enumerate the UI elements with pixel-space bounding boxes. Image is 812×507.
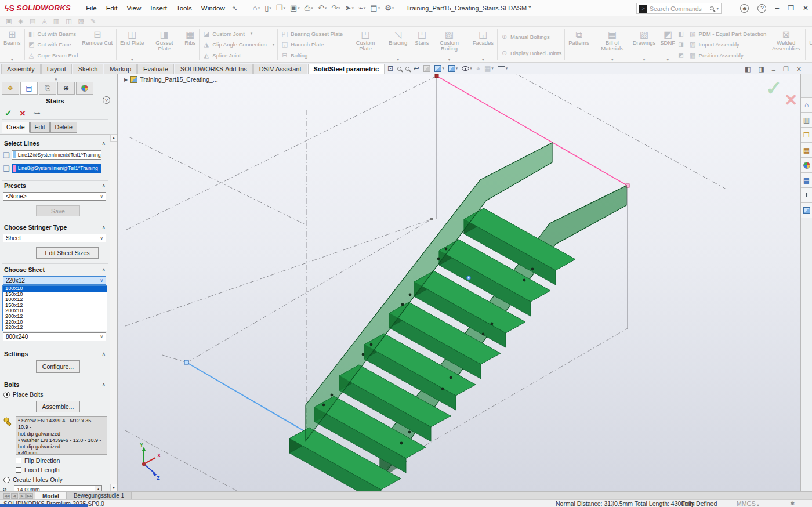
- display-manager-tab[interactable]: [76, 82, 93, 95]
- next-tab-icon[interactable]: ▶: [19, 493, 26, 499]
- user-account-icon[interactable]: ☻: [740, 4, 749, 13]
- close-button[interactable]: ✕: [803, 4, 809, 12]
- view-settings-icon[interactable]: ▾: [498, 66, 508, 71]
- custom-plate-button[interactable]: ◰ Custom Plate: [347, 27, 383, 62]
- confirmation-cancel-icon[interactable]: ✕: [784, 90, 798, 110]
- save-button[interactable]: Save: [36, 205, 80, 216]
- status-tag-icon[interactable]: ✾: [790, 500, 795, 506]
- task-pane-file-explorer-icon[interactable]: ❒: [801, 128, 812, 143]
- bolt-info-list[interactable]: • Screw EN 14399-4 - M12 x 35 - 10.9 -ho…: [16, 416, 107, 455]
- sheet-size-option[interactable]: 150x12: [3, 303, 107, 309]
- task-pane-home-icon[interactable]: ⌂: [801, 97, 812, 113]
- stack-tool-icon-2[interactable]: ◨: [678, 41, 683, 48]
- sheet-size-dropdown[interactable]: 220x12 ∨: [3, 276, 106, 285]
- configure-button[interactable]: Configure...: [36, 360, 80, 373]
- last-tab-icon[interactable]: ▶▶: [26, 493, 33, 499]
- task-pane-3d-content-icon[interactable]: [801, 203, 812, 218]
- tab-create[interactable]: Create: [2, 122, 30, 133]
- presets-header[interactable]: Presets ∧: [0, 182, 109, 189]
- collapse-arrow-icon[interactable]: ∧: [102, 351, 106, 357]
- search-commands-box[interactable]: > Search Commands ▾: [636, 3, 722, 14]
- scroll-up-icon[interactable]: ▲: [110, 134, 117, 142]
- new-document-icon[interactable]: ▯ ▾: [262, 3, 274, 12]
- stringer-type-dropdown[interactable]: Sheet ∨: [3, 234, 106, 242]
- print-icon[interactable]: ⎙ ▾: [302, 3, 316, 13]
- ribbon-row-button[interactable]: ◰ Bearing Gusset Plate: [281, 30, 343, 38]
- group-dropdown-arrow-icon[interactable]: ▾: [131, 57, 133, 62]
- task-list-icon[interactable]: ▤ ▾: [368, 3, 382, 12]
- update-button[interactable]: ↻ Update ▾: [807, 27, 812, 62]
- row-dropdown-arrow-icon[interactable]: ▾: [273, 42, 275, 47]
- place-bolts-radio[interactable]: Place Bolts: [3, 391, 44, 398]
- fixed-length-checkbox[interactable]: Fixed Length: [16, 466, 60, 473]
- task-pane-view-palette-icon[interactable]: ▦: [801, 143, 812, 158]
- menu-item[interactable]: Insert: [146, 5, 172, 12]
- task-pane-resources-icon[interactable]: ▥: [801, 113, 812, 128]
- first-tab-icon[interactable]: ◀◀: [3, 493, 10, 499]
- group-dropdown-arrow-icon[interactable]: ▾: [448, 57, 451, 62]
- annotation-tool-icon-1[interactable]: ▣: [6, 17, 12, 25]
- tab-delete[interactable]: Delete: [50, 122, 77, 133]
- spinner-up-icon[interactable]: ▲: [95, 486, 102, 491]
- search-dropdown-arrow-icon[interactable]: ▾: [716, 6, 719, 11]
- help-icon[interactable]: ?: [757, 4, 766, 13]
- command-tab[interactable]: SOLIDWORKS Add-Ins: [175, 64, 253, 74]
- collapse-arrow-icon[interactable]: ∧: [102, 183, 106, 189]
- ribbon-row-button[interactable]: ◱ Haunch Plate: [281, 41, 343, 48]
- zoom-icon[interactable]: [405, 67, 409, 71]
- ribbon-row-button[interactable]: ◧ Cut with Beams: [28, 30, 78, 38]
- prev-tab-icon[interactable]: ◀: [11, 493, 18, 499]
- home-icon[interactable]: ⌂ ▾: [251, 3, 262, 12]
- sheet-size-option[interactable]: 100x12: [3, 297, 107, 303]
- doc-restore-button[interactable]: ❐: [783, 66, 789, 73]
- open-icon[interactable]: ❐ ▾: [274, 3, 288, 12]
- group-dropdown-arrow-icon[interactable]: ▾: [643, 57, 646, 62]
- expand-arrow-icon[interactable]: ▶: [124, 77, 128, 82]
- confirmation-ok-icon[interactable]: ✓: [766, 77, 782, 100]
- task-pane-appearances-icon[interactable]: [801, 158, 812, 173]
- menu-item[interactable]: Tools: [172, 5, 197, 12]
- tab-motion-study[interactable]: Bewegungsstudie 1: [67, 492, 132, 499]
- menu-item[interactable]: File: [81, 5, 102, 12]
- edit-sheet-sizes-button[interactable]: Edit Sheet Sizes: [36, 247, 99, 259]
- ribbon-row-button[interactable]: ◪ Custom Joint ▾: [202, 30, 274, 38]
- bill-of-materials-button[interactable]: ▤ Bill of Materials ▾: [594, 27, 630, 62]
- group-dropdown-arrow-icon[interactable]: ▾: [11, 57, 13, 62]
- configuration-manager-tab[interactable]: ⎘: [39, 82, 56, 95]
- welded-assemblies-button[interactable]: ⊠ Welded Assemblies: [768, 27, 804, 62]
- panel-scrollbar[interactable]: ▲ ▼: [110, 134, 117, 491]
- task-pane-solidsteel-icon[interactable]: I: [801, 188, 812, 203]
- ribbon-row-button[interactable]: ◮ Clip Angle Connection ▾: [202, 41, 274, 48]
- ribbon-row-button[interactable]: ◩ Cut with Face: [28, 41, 78, 48]
- sheet-size-option[interactable]: 150x10: [3, 292, 107, 298]
- ribbon-row-button[interactable]: ⊕ Manual Boltings: [501, 33, 561, 41]
- annotation-tool-icon-4[interactable]: ◬: [42, 17, 46, 25]
- annotation-tool-icon-6[interactable]: ◫: [66, 17, 71, 25]
- select-icon[interactable]: ➤ ▾: [343, 3, 356, 12]
- ribbon-row-button[interactable]: ⊙ Display Bolted Joints: [501, 49, 561, 57]
- facades-button[interactable]: ◱ Facades ▾: [470, 27, 496, 62]
- view-orientation-icon[interactable]: ▾: [434, 65, 444, 72]
- ribbon-row-button[interactable]: ▧ PDM - Equal Part Detection: [689, 30, 767, 38]
- sheet-size-option[interactable]: 220x10: [3, 320, 107, 325]
- beams-button[interactable]: ⊞ Beams ▾: [1, 27, 23, 62]
- ribbon-row-button[interactable]: ◭ Splice Joint ▾: [202, 52, 274, 59]
- doc-close-button[interactable]: ✕: [796, 66, 802, 73]
- sheet-size-option[interactable]: 200x10: [3, 308, 107, 314]
- annotation-tool-icon-5[interactable]: ▥: [53, 17, 59, 25]
- sheet-size-option[interactable]: 220x12: [3, 325, 107, 331]
- sketch-point[interactable]: [184, 360, 188, 364]
- select-lines-header[interactable]: Select Lines ∧: [0, 140, 109, 147]
- bracing-button[interactable]: ◹ Bracing ▾: [386, 27, 409, 62]
- options-gear-icon[interactable]: ⚙ ▾: [382, 3, 396, 12]
- ribs-button[interactable]: ▦ Ribs: [182, 27, 198, 62]
- feature-manager-tab[interactable]: ❖: [2, 82, 19, 95]
- hide-show-items-icon[interactable]: ▾: [462, 66, 472, 71]
- pane-right-icon[interactable]: ◨: [758, 66, 764, 73]
- group-dropdown-arrow-icon[interactable]: ▾: [397, 57, 399, 62]
- bolts-header[interactable]: Bolts ∧: [0, 381, 109, 388]
- ribbon-row-button[interactable]: ◬ Cope Beam End: [28, 52, 78, 59]
- row-dropdown-arrow-icon[interactable]: ▾: [251, 31, 253, 36]
- panel-resize-handle[interactable]: ●: [55, 77, 57, 82]
- save-icon[interactable]: ▣ ▾: [288, 3, 302, 12]
